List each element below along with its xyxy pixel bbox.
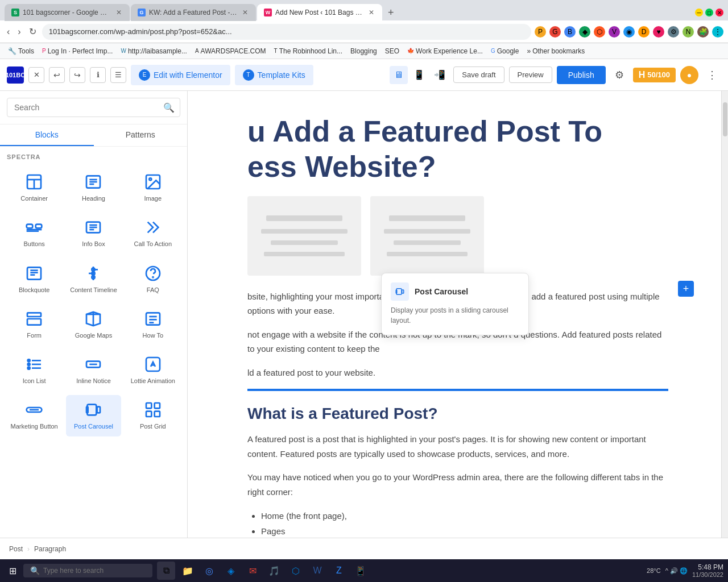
taskbar-edge[interactable]: ◈ <box>222 562 240 580</box>
block-item-image[interactable]: Image <box>126 167 180 208</box>
tab-kw[interactable]: G KW: Add a Featured Post - Goog... ✕ <box>131 4 256 21</box>
howto-icon <box>144 310 162 328</box>
publish-button[interactable]: Publish <box>557 66 606 84</box>
block-item-iconlist[interactable]: Icon List <box>7 350 61 390</box>
taskbar-explorer[interactable]: 📁 <box>179 562 197 580</box>
ext-icon-9[interactable]: ♥ <box>653 26 664 38</box>
more-options-button[interactable]: ⋮ <box>703 66 721 84</box>
ext-icon-1[interactable]: P <box>535 26 546 38</box>
ext-icon-13[interactable]: ⋮ <box>712 26 723 38</box>
ext-icon-8[interactable]: D <box>638 26 650 38</box>
ext-icon-4[interactable]: ◆ <box>579 26 590 38</box>
bookmark-robinhood[interactable]: T The Robinhood Lin... <box>271 46 346 56</box>
taskbar-zoom[interactable]: Z <box>330 562 348 580</box>
mobile-icon[interactable]: 📲 <box>431 66 449 84</box>
new-tab-button[interactable]: + <box>383 6 399 20</box>
tab-close-2[interactable]: ✕ <box>241 9 249 16</box>
content-scrollbar-thumb <box>723 102 727 136</box>
undo-button[interactable]: ↩ <box>49 67 65 83</box>
block-item-lottie[interactable]: Lottie Animation <box>126 350 180 390</box>
bookmark-google[interactable]: G Google <box>487 46 522 56</box>
bottom-post-label[interactable]: Post <box>9 545 23 553</box>
taskbar-word[interactable]: W <box>308 562 326 580</box>
tab-wp[interactable]: W Add New Post ‹ 101 Bags Corne... ✕ <box>257 4 382 21</box>
search-input[interactable] <box>7 98 180 117</box>
tab-patterns[interactable]: Patterns <box>94 124 188 146</box>
body-text-3: ld a featured post to your website. <box>247 365 668 380</box>
timeline-icon <box>84 264 102 282</box>
bottom-paragraph-label[interactable]: Paragraph <box>34 545 66 553</box>
address-input[interactable] <box>42 24 531 40</box>
block-item-postgrid[interactable]: Post Grid <box>126 395 180 436</box>
block-item-buttons[interactable]: Buttons <box>7 213 61 253</box>
close-button[interactable]: ✕ <box>715 9 723 16</box>
preview-button[interactable]: Preview <box>509 66 552 83</box>
ext-icon-2[interactable]: G <box>549 26 561 38</box>
taskbar-chrome[interactable]: ◎ <box>200 562 218 580</box>
start-button[interactable]: ⊞ <box>5 563 21 579</box>
block-item-form[interactable]: Form <box>7 304 61 345</box>
bookmark-tools[interactable]: 🔧 Tools <box>5 46 38 56</box>
tab-close-1[interactable]: ✕ <box>115 9 123 16</box>
bookmark-perfectimp[interactable]: P Log In · Perfect Imp... <box>39 46 116 56</box>
back-button[interactable]: ‹ <box>5 26 12 38</box>
taskbar-task-view[interactable]: ⧉ <box>157 562 175 580</box>
info-button[interactable]: ℹ <box>90 67 106 83</box>
ext-icon-6[interactable]: V <box>609 26 620 38</box>
block-item-heading[interactable]: Heading <box>66 167 121 208</box>
taskbar-mail[interactable]: ✉ <box>243 562 262 580</box>
template-kits-button[interactable]: T Template Kits <box>235 65 313 85</box>
tab-favicon-2: G <box>138 9 146 16</box>
block-item-container[interactable]: Container <box>7 167 61 208</box>
tablet-icon[interactable]: 📱 <box>410 66 428 84</box>
tab-close-3[interactable]: ✕ <box>367 9 375 16</box>
settings-button[interactable]: ⚙ <box>610 66 628 84</box>
placeholder-line <box>271 240 338 245</box>
bookmark-blogging[interactable]: Blogging <box>347 46 380 56</box>
block-item-googlemaps[interactable]: Google Maps <box>66 304 121 345</box>
bookmark-awardspace[interactable]: A AWARDSPACE.COM <box>192 46 270 56</box>
ext-icon-7[interactable]: ◉ <box>623 26 635 38</box>
add-element-button[interactable]: + <box>678 281 694 297</box>
taskbar-search-input[interactable] <box>43 567 146 575</box>
forward-button[interactable]: › <box>15 26 23 38</box>
edit-with-elementor-button[interactable]: E Edit with Elementor <box>131 65 230 85</box>
tab-sheets[interactable]: S 101 bagscorner - Google Sheets ✕ <box>5 4 130 21</box>
block-item-inlinenotice[interactable]: Inline Notice <box>66 350 121 390</box>
cta-label: Call To Action <box>134 240 172 248</box>
ext-icon-10[interactable]: ⚙ <box>668 26 679 38</box>
menu-button[interactable]: ☰ <box>110 67 126 83</box>
block-item-faq[interactable]: FAQ <box>126 259 180 300</box>
close-editor-button[interactable]: ✕ <box>28 67 44 83</box>
minimize-button[interactable]: ─ <box>695 9 703 16</box>
block-item-howto[interactable]: How To <box>126 304 180 345</box>
desktop-icon[interactable]: 🖥 <box>390 66 408 84</box>
taskbar-whatsapp[interactable]: 📱 <box>351 562 370 580</box>
block-item-infobox[interactable]: Info Box <box>66 213 121 253</box>
bookmark-workexp[interactable]: 🍁 Work Experience Le... <box>404 46 486 56</box>
ext-icon-3[interactable]: B <box>564 26 576 38</box>
tab-blocks[interactable]: Blocks <box>0 124 94 146</box>
refresh-button[interactable]: ↻ <box>27 25 39 38</box>
bottom-bar: Post › Paragraph <box>0 538 728 559</box>
ext-icon-11[interactable]: N <box>682 26 694 38</box>
block-item-carousel[interactable]: Post Carousel <box>66 395 121 436</box>
block-item-marketing[interactable]: Marketing Button <box>7 395 61 436</box>
taskbar-vscode[interactable]: ⬡ <box>287 562 305 580</box>
maximize-button[interactable]: □ <box>705 9 713 16</box>
bookmark-other[interactable]: » Other bookmarks <box>523 46 588 56</box>
taskbar-search-box[interactable]: 🔍 <box>23 564 152 577</box>
content-scrollbar[interactable] <box>721 91 728 560</box>
save-draft-button[interactable]: Save draft <box>453 66 504 83</box>
block-item-blockquote[interactable]: Blockquote <box>7 259 61 300</box>
bookmark-seo[interactable]: SEO <box>382 46 403 56</box>
svg-rect-59 <box>396 290 397 293</box>
ext-icon-12[interactable]: 🧩 <box>697 26 709 38</box>
taskbar-music[interactable]: 🎵 <box>265 562 283 580</box>
bookmark-wordpress[interactable]: W http://laibasample... <box>117 46 191 56</box>
image-label: Image <box>144 194 162 202</box>
ext-icon-5[interactable]: ⬡ <box>594 26 605 38</box>
redo-button[interactable]: ↪ <box>69 67 85 83</box>
block-item-timeline[interactable]: Content Timeline <box>66 259 121 300</box>
block-item-cta[interactable]: Call To Action <box>126 213 180 253</box>
